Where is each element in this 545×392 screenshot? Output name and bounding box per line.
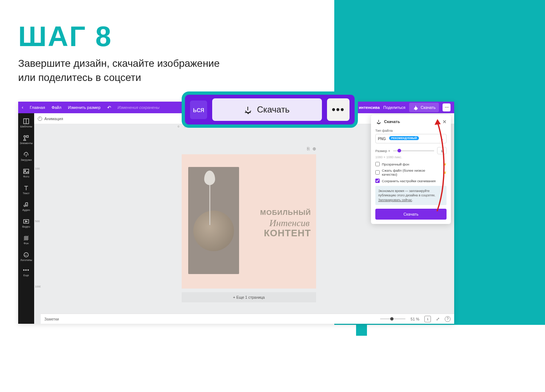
callout-download-label: Скачать — [257, 105, 290, 115]
vertical-ruler: 100 500 1000 — [34, 131, 41, 314]
sidebar-item-label: Еще — [23, 274, 29, 277]
page-subtitle-line2: или поделитесь в соцсети — [18, 70, 220, 85]
callout-tag: ься — [190, 101, 207, 119]
add-icon[interactable]: ⊕ — [312, 146, 316, 151]
animation-button[interactable]: Анимация — [44, 117, 63, 121]
schedule-link[interactable]: Запланировать сейчас — [378, 198, 412, 202]
checkbox-label: Прозрачный фон — [382, 162, 409, 166]
sidebar-item-label: Аудио — [22, 208, 30, 212]
ruler-tick: 0 — [178, 125, 179, 128]
svg-line-15 — [25, 237, 28, 240]
checkbox-label: Сжать файл (более низкое качество) — [382, 168, 441, 176]
back-chevron-icon[interactable]: ‹ — [22, 105, 23, 110]
download-panel-title: Скачать — [384, 119, 400, 124]
topbar-right: интенсива Поделиться Скачать ⋯ — [359, 102, 451, 113]
size-label: Размер × — [375, 149, 390, 153]
dimensions-text: 1080 × 1080 пикс. — [375, 155, 447, 159]
compress-checkbox[interactable]: Сжать файл (более низкое качество)♛ — [375, 168, 447, 176]
svg-line-14 — [24, 236, 27, 239]
download-icon — [245, 106, 251, 113]
download-icon — [377, 120, 381, 124]
transparent-bg-checkbox[interactable]: Прозрачный фон♛ — [375, 162, 447, 166]
saved-status: Изменения сохранены — [118, 105, 160, 110]
crown-icon: ♛ — [443, 162, 447, 166]
sidebar-background[interactable]: Фон — [18, 232, 34, 248]
sidebar-item-label: Видео — [22, 225, 30, 228]
ruler-tick: 100 — [35, 167, 40, 170]
callout-download-highlight: ься Скачать ••• — [182, 91, 358, 128]
photo-mirror — [193, 211, 234, 251]
callout-download-button[interactable]: Скачать — [212, 98, 322, 121]
notes-button[interactable]: Заметки — [44, 317, 59, 321]
svg-marker-4 — [24, 138, 26, 140]
sidebar-video[interactable]: Видео — [18, 215, 34, 232]
download-button-label: Скачать — [421, 105, 436, 110]
duplicate-icon[interactable]: ⎘ — [307, 146, 310, 151]
sidebar-item-label: Фон — [24, 242, 29, 245]
recommended-badge: РЕКОМЕНДУЕМЫЙ — [389, 136, 419, 140]
sidebar-item-label: Шаблоны — [20, 125, 32, 128]
photo-flower — [204, 171, 215, 185]
nav-home[interactable]: Главная — [30, 105, 45, 110]
filetype-label: Тип файла — [375, 128, 447, 132]
size-value[interactable]: 1 — [437, 147, 447, 154]
topbar-title-hint: интенсива — [359, 105, 380, 110]
sidebar-logos[interactable]: co.Логотипы — [18, 248, 34, 265]
sidebar-uploads[interactable]: Загрузки — [18, 148, 34, 165]
page-title: ШАГ 8 — [18, 20, 112, 53]
canvas-text-2[interactable]: Интенсив — [269, 218, 310, 229]
sidebar-elements[interactable]: Элементы — [18, 131, 34, 148]
svg-marker-12 — [25, 221, 27, 222]
download-icon — [413, 105, 417, 109]
sidebar-templates[interactable]: Шаблоны — [18, 115, 34, 131]
undo-icon[interactable]: ↶ — [107, 105, 111, 110]
nav-file[interactable]: Файл — [52, 105, 61, 110]
bg-accent-small — [356, 325, 367, 336]
sidebar-text[interactable]: Текст — [18, 181, 34, 198]
sidebar-item-label: Элементы — [20, 142, 33, 145]
svg-rect-6 — [24, 169, 29, 173]
canvas-frame[interactable]: ⎘ ⊕ МОБИЛЬНЫЙ Интенсив КОНТЕНТ — [182, 154, 316, 289]
schedule-promo: Экономьте время — запланируйте публикаци… — [375, 186, 447, 205]
svg-rect-3 — [27, 135, 28, 137]
zoom-value: 51 % — [411, 317, 419, 321]
svg-point-2 — [24, 135, 26, 137]
sidebar-item-label: Фото — [23, 175, 29, 178]
share-button[interactable]: Поделиться — [383, 105, 405, 110]
size-slider[interactable] — [393, 150, 434, 151]
sidebar-photos[interactable]: Фото — [18, 165, 34, 181]
sidebar-item-label: Логотипы — [20, 258, 32, 262]
more-menu-button[interactable]: ⋯ — [443, 103, 451, 111]
promo-text: Экономьте время — запланируйте публикаци… — [378, 189, 436, 197]
sidebar-more[interactable]: •••Еще — [18, 265, 34, 279]
canvas-text-1[interactable]: МОБИЛЬНЫЙ — [260, 209, 311, 217]
zoom-slider[interactable] — [380, 318, 405, 319]
page-count[interactable]: 1 — [424, 316, 431, 322]
svg-line-17 — [27, 239, 28, 240]
download-confirm-button[interactable]: Скачать — [375, 209, 447, 220]
canvas-text-3[interactable]: КОНТЕНТ — [264, 228, 311, 239]
download-panel: Скачать ✕ Тип файла PNG РЕКОМЕНДУЕМЫЙ ⌄ … — [371, 115, 451, 224]
crown-icon: ♛ — [443, 171, 447, 175]
callout-more-button[interactable]: ••• — [327, 98, 350, 121]
canvas-photo[interactable] — [188, 167, 239, 274]
sidebar-item-label: Загрузки — [21, 158, 32, 162]
nav-resize[interactable]: Изменить размер — [68, 105, 101, 110]
app-window: ‹ Главная Файл Изменить размер ↶ Изменен… — [18, 102, 454, 324]
ruler-tick: 500 — [35, 220, 40, 223]
checkbox-label: Сохранить настройки скачивания — [382, 179, 436, 183]
page-subtitle: Завершите дизайн, скачайте изображение и… — [18, 56, 220, 85]
sidebar-audio[interactable]: Аудио — [18, 198, 34, 215]
download-button[interactable]: Скачать — [409, 103, 439, 112]
svg-line-16 — [24, 236, 25, 237]
save-settings-checkbox[interactable]: Сохранить настройки скачивания — [375, 179, 447, 183]
fullscreen-icon[interactable]: ⤢ — [436, 317, 440, 322]
add-page-button[interactable]: + Еще 1 страница — [182, 292, 316, 302]
sidebar-item-label: Текст — [23, 192, 30, 195]
svg-line-10 — [25, 203, 28, 203]
close-icon[interactable]: ✕ — [443, 119, 447, 124]
animation-icon — [38, 117, 42, 121]
help-icon[interactable]: ? — [445, 316, 451, 322]
sidebar: Шаблоны Элементы Загрузки Фото Текст Ауд… — [18, 113, 34, 324]
svg-text:co.: co. — [25, 254, 28, 256]
